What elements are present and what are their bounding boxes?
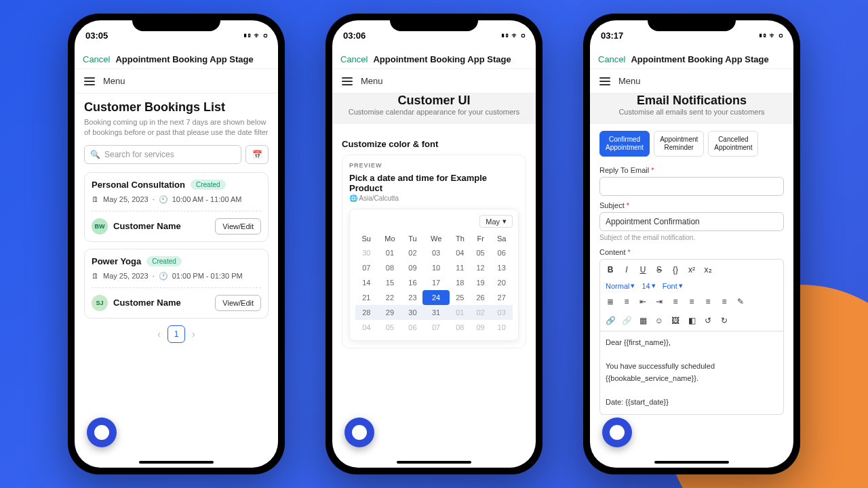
unlink-button[interactable]: 🔗 (619, 313, 634, 328)
chevron-down-icon: ▾ (679, 281, 683, 290)
email-tab[interactable]: ConfirmedAppointment (599, 131, 650, 157)
clock-icon: 🕙 (159, 195, 168, 204)
list-ol-button[interactable]: ≡ (619, 294, 634, 309)
subject-label: Subject (599, 201, 625, 209)
home-indicator (654, 461, 729, 464)
month-select[interactable]: May ▾ (479, 215, 513, 228)
italic-button[interactable]: I (619, 262, 634, 277)
table-button[interactable]: ▦ (635, 313, 650, 328)
screen-subtext: Booking coming up in the next 7 days are… (84, 117, 269, 138)
phone-mockup-2: 03:06 ▮▯ ᯤ ▢ Cancel Appointment Booking … (326, 14, 542, 474)
redo-button[interactable]: ↻ (717, 313, 732, 328)
chevron-down-icon: ▾ (652, 281, 656, 290)
superscript-button[interactable]: x² (684, 262, 699, 277)
subject-input[interactable] (599, 212, 784, 231)
search-input[interactable]: 🔍 Search for services (84, 145, 241, 164)
align-center-button[interactable]: ≡ (684, 294, 699, 309)
page-next-button[interactable]: › (192, 329, 195, 340)
cancel-button[interactable]: Cancel (83, 54, 110, 64)
clock-icon: 🕐 (159, 272, 168, 281)
undo-button[interactable]: ↺ (701, 313, 715, 328)
align-justify-button[interactable]: ≡ (717, 294, 732, 309)
content-editor[interactable]: Dear {{first_name}}, You have successful… (599, 331, 784, 415)
content-label: Content (599, 248, 626, 256)
strike-button[interactable]: S (652, 262, 667, 277)
status-icons: ▮▯ ᯤ ▢ (759, 31, 783, 39)
subject-hint: Subject of the email notification. (599, 234, 784, 241)
code-button[interactable]: {} (668, 262, 683, 277)
search-placeholder: Search for services (104, 150, 174, 159)
emoji-button[interactable]: ☺ (652, 313, 667, 328)
reply-to-input[interactable] (599, 177, 784, 196)
search-icon: 🔍 (90, 150, 100, 159)
calendar-icon: 🗓 (92, 195, 99, 203)
section-header: Customize color & font (342, 139, 526, 149)
email-tab[interactable]: AppointmentReminder (654, 131, 704, 157)
underline-button[interactable]: U (635, 262, 650, 277)
hamburger-menu-icon[interactable] (342, 77, 353, 85)
phone-mockup-3: 03:17 ▮▯ ᯤ ▢ Cancel Appointment Booking … (583, 14, 800, 474)
preview-title: Pick a date and time for Example Product (349, 173, 519, 193)
home-indicator (139, 461, 214, 464)
booking-time: 10:00 AM - 11:00 AM (172, 195, 242, 203)
preview-label: PREVIEW (349, 162, 519, 169)
customer-name: Customer Name (113, 298, 181, 308)
page-title: Appointment Booking App Stage (631, 54, 768, 64)
preview-panel: PREVIEW Pick a date and time for Example… (342, 155, 526, 348)
booking-date: May 25, 2023 (103, 272, 149, 280)
color-picker-button[interactable]: ✎ (733, 294, 748, 309)
page-number[interactable]: 1 (167, 325, 185, 343)
status-icons: ▮▯ ᯤ ▢ (501, 31, 525, 39)
menu-label: Menu (361, 76, 383, 86)
view-edit-button[interactable]: View/Edit (215, 218, 261, 235)
bold-button[interactable]: B (603, 262, 618, 277)
eraser-button[interactable]: ◧ (684, 313, 699, 328)
customer-avatar: BW (92, 218, 108, 235)
menu-label: Menu (103, 76, 125, 86)
page-title: Appointment Booking App Stage (373, 54, 511, 64)
screen-heading: Email Notifications (590, 94, 793, 108)
cancel-button[interactable]: Cancel (598, 54, 625, 64)
page-title: Appointment Booking App Stage (115, 54, 253, 64)
calendar-grid[interactable]: SuMoTuWeThFrSa30010203040506070809101112… (355, 232, 513, 335)
chat-fab-button[interactable] (87, 418, 117, 447)
timezone-text: Asia/Calcutta (359, 195, 399, 202)
phone-notch (390, 14, 478, 31)
view-edit-button[interactable]: View/Edit (215, 295, 261, 311)
booking-card: Personal Consultation Created 🗓 May 25, … (84, 172, 269, 242)
align-right-button[interactable]: ≡ (701, 294, 715, 309)
size-select[interactable]: 14▾ (639, 281, 658, 290)
filter-date-button[interactable]: 📅 (245, 145, 269, 164)
hamburger-menu-icon[interactable] (84, 77, 95, 85)
chat-fab-button[interactable] (344, 418, 374, 447)
page-prev-button[interactable]: ‹ (157, 329, 161, 340)
status-icons: ▮▯ ᯤ ▢ (243, 31, 267, 39)
list-ul-button[interactable]: ≣ (603, 294, 618, 309)
screen-subtext: Customise calendar appearance for your c… (332, 108, 536, 116)
outdent-button[interactable]: ⇤ (635, 294, 650, 309)
indent-button[interactable]: ⇥ (652, 294, 667, 309)
link-button[interactable]: 🔗 (603, 313, 618, 328)
style-select[interactable]: Normal ▾ (603, 281, 637, 290)
clock-text: 03:17 (601, 30, 623, 41)
status-badge: Created (146, 256, 182, 266)
email-tab[interactable]: CancelledAppointment (708, 131, 758, 157)
clock-text: 03:06 (343, 30, 366, 41)
booking-time: 01:00 PM - 01:30 PM (172, 272, 243, 280)
align-left-button[interactable]: ≡ (668, 294, 683, 309)
chevron-down-icon: ▾ (502, 217, 507, 226)
cancel-button[interactable]: Cancel (340, 54, 368, 64)
booking-title: Personal Consultation (92, 180, 185, 190)
globe-icon: 🌐 (349, 195, 357, 202)
chat-fab-button[interactable] (602, 418, 632, 447)
home-indicator (397, 461, 471, 464)
editor-toolbar: B I U S {} x² x₂ Normal ▾ 14▾ Font ▾ ≣ ≡… (599, 259, 784, 331)
menu-label: Menu (618, 76, 641, 86)
clock-text: 03:05 (85, 30, 108, 41)
font-select[interactable]: Font ▾ (660, 281, 686, 290)
customer-avatar: SJ (92, 295, 108, 311)
hamburger-menu-icon[interactable] (599, 77, 610, 85)
calendar-widget: May ▾ SuMoTuWeThFrSa30010203040506070809… (349, 209, 519, 341)
image-button[interactable]: 🖼 (668, 313, 683, 328)
subscript-button[interactable]: x₂ (701, 262, 715, 277)
